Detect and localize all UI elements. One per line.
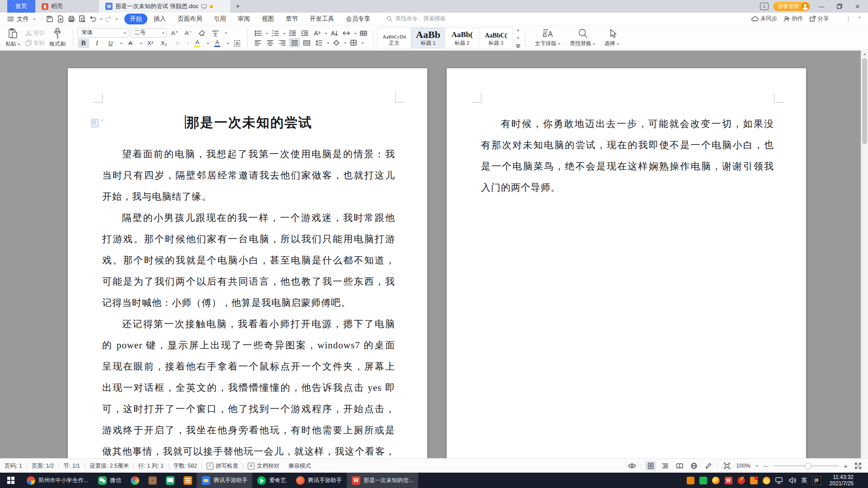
read-mode-button[interactable]: [674, 461, 685, 471]
undo-caret[interactable]: [100, 19, 103, 21]
superscript-button[interactable]: X²: [145, 38, 156, 48]
highlight-caret[interactable]: [207, 43, 209, 46]
ribbon-tab[interactable]: 引用: [208, 14, 231, 24]
strikethrough-button[interactable]: A: [125, 38, 136, 48]
pinyin-guide-button[interactable]: wén文: [210, 28, 221, 38]
spell-check-toggle[interactable]: ✓ 拼写检查: [202, 462, 243, 470]
tab-stops-button[interactable]: [358, 28, 369, 38]
guest-login-button[interactable]: 访客登录: [773, 2, 810, 11]
zoom-out-button[interactable]: —: [762, 463, 769, 469]
strikethrough-caret[interactable]: [140, 43, 142, 46]
taskbar-pinned-browser[interactable]: [126, 473, 144, 488]
save-button[interactable]: [44, 14, 55, 24]
zoom-slider-knob[interactable]: [805, 463, 811, 469]
document-proof-toggle[interactable]: ✕ 文档校对: [243, 462, 284, 470]
fullscreen-button[interactable]: [853, 461, 863, 471]
page-2[interactable]: 有时候，你勇敢地迈出去一步，可能就会改变一切，如果没有那次对未知电脑的尝试，现在…: [447, 68, 806, 458]
shading-caret[interactable]: [344, 42, 347, 45]
volume-icon[interactable]: [789, 477, 797, 483]
taskbar-app-tencent-gamebuddy-2[interactable]: 腾讯手游助手: [291, 473, 347, 488]
zoom-caret[interactable]: [755, 465, 758, 468]
numbered-list-button[interactable]: [269, 28, 281, 38]
font-family-combobox[interactable]: 宋体: [78, 28, 128, 38]
taskbar-clock[interactable]: 11:43:32 2021/7/25: [826, 474, 857, 487]
tray-wps-icon[interactable]: W: [725, 477, 732, 484]
taskbar-pinned-notes[interactable]: [179, 473, 197, 488]
justify-button[interactable]: [289, 38, 300, 47]
ribbon-tab[interactable]: 开始: [124, 14, 147, 24]
styles-scroll-up[interactable]: ▲: [516, 28, 520, 32]
ribbon-tab[interactable]: 开发工具: [304, 14, 340, 24]
outline-view-button[interactable]: [660, 461, 670, 471]
tray-green-app-icon[interactable]: [699, 477, 707, 484]
new-tab-button[interactable]: +: [230, 0, 245, 13]
tray-ccleaner-icon[interactable]: [737, 477, 745, 484]
text-effects-caret[interactable]: [187, 43, 189, 46]
ime-pinyin-icon[interactable]: 拼: [812, 476, 821, 485]
sync-status[interactable]: 未同步: [751, 15, 778, 23]
restore-button[interactable]: [833, 4, 846, 9]
zoom-level[interactable]: 100%: [736, 463, 750, 469]
ribbon-tab[interactable]: 审阅: [232, 14, 255, 24]
decrease-indent-button[interactable]: [287, 28, 298, 38]
web-view-button[interactable]: [689, 461, 699, 471]
undo-button[interactable]: [88, 14, 99, 24]
export-pdf-button[interactable]: [55, 14, 66, 24]
bullet-list-button[interactable]: [252, 28, 264, 38]
write-mode-button[interactable]: [703, 461, 714, 471]
window-count-badge[interactable]: 1: [760, 3, 769, 10]
italic-button[interactable]: I: [91, 38, 103, 48]
taskbar-app-wechat[interactable]: 微信: [93, 473, 126, 488]
ribbon-tab[interactable]: 页面布局: [172, 14, 208, 24]
borders-caret[interactable]: [361, 42, 364, 45]
taskbar-app-tencent-gamebuddy[interactable]: 腾讯手游助手: [197, 473, 252, 488]
style-normal[interactable]: AaBbCcDd 正文: [377, 28, 411, 48]
tab-docer[interactable]: 稻壳: [35, 0, 69, 13]
borders-button[interactable]: [348, 38, 359, 47]
taskbar-pinned-player[interactable]: [161, 473, 179, 488]
cut-button[interactable]: 剪切: [23, 28, 47, 38]
fit-page-button[interactable]: [722, 461, 732, 471]
vertical-scrollbar[interactable]: ▲: [861, 51, 868, 458]
language-indicator[interactable]: 英: [802, 476, 807, 484]
close-button[interactable]: ✕: [851, 3, 864, 10]
collaborate-button[interactable]: 协作: [783, 15, 803, 23]
page2-content[interactable]: 有时候，你勇敢地迈出去一步，可能就会改变一切，如果没有那次对未知电脑的尝试，现在…: [481, 113, 774, 198]
text-layout-button[interactable]: 文字排版: [530, 27, 565, 49]
underline-button[interactable]: U: [105, 38, 116, 48]
command-search[interactable]: 查找命令、搜索模板: [387, 15, 446, 23]
eye-protect-button[interactable]: [627, 461, 637, 471]
character-spacing-button[interactable]: [340, 28, 352, 38]
minimize-button[interactable]: —: [815, 3, 828, 10]
style-heading1[interactable]: AaBb 标题 1: [411, 28, 445, 48]
font-size-combobox[interactable]: 二号: [131, 28, 167, 38]
file-menu-button[interactable]: 文件: [0, 15, 40, 23]
ribbon-tab[interactable]: 视图: [256, 14, 279, 24]
style-heading3[interactable]: AaBbC( 标题 3: [479, 28, 513, 48]
taskbar-app-iqiyi[interactable]: 爱奇艺: [252, 473, 291, 488]
character-border-button[interactable]: A: [231, 38, 243, 48]
highlight-color-button[interactable]: A: [192, 38, 203, 48]
style-heading2[interactable]: AaBb( 标题 2: [445, 28, 479, 48]
line-spacing-button[interactable]: [313, 38, 325, 47]
ribbon-tab[interactable]: 章节: [280, 14, 303, 24]
format-painter-button[interactable]: 格式刷: [47, 27, 68, 49]
tray-orange-window-icon[interactable]: [750, 477, 758, 484]
tray-flame-icon[interactable]: [763, 477, 770, 484]
numbered-list-caret[interactable]: [283, 33, 286, 36]
align-right-button[interactable]: [277, 38, 288, 47]
underline-caret[interactable]: [120, 43, 123, 46]
tray-orange-app-icon[interactable]: [687, 477, 694, 484]
tab-home[interactable]: 首页: [7, 0, 35, 13]
document-canvas[interactable]: 那是一次未知的尝试 望着面前的电脑，我想起了我第一次使用电脑是的情景：我当时只有…: [0, 51, 868, 458]
quickbar-more-caret[interactable]: [115, 19, 118, 21]
pinyin-caret[interactable]: [225, 33, 227, 35]
clear-format-button[interactable]: [196, 28, 208, 38]
scroll-up-arrow[interactable]: ▲: [861, 51, 868, 57]
text-direction-caret[interactable]: [325, 33, 327, 36]
select-button[interactable]: 选择: [600, 27, 624, 49]
align-center-button[interactable]: [264, 38, 276, 47]
styles-scroll-down[interactable]: ▼: [516, 36, 520, 40]
paste-button[interactable]: 粘贴: [3, 27, 23, 49]
bullet-list-caret[interactable]: [266, 33, 269, 36]
